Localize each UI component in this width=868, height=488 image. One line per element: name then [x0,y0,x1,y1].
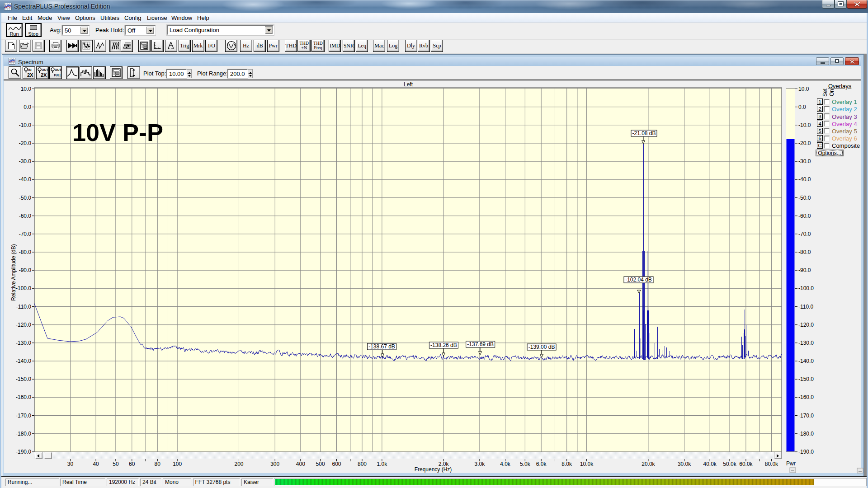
svg-text:-137.69 dB: -137.69 dB [467,341,494,347]
svg-text:-70.0: -70.0 [19,231,32,237]
svg-text:-70.0: -70.0 [798,231,811,237]
svg-text:20.0k: 20.0k [642,461,655,467]
svg-text:600: 600 [332,461,341,467]
svg-text:60.0k: 60.0k [739,461,753,467]
svg-text:-102.04 dB: -102.04 dB [625,277,652,283]
svg-text:-21.08 dB: -21.08 dB [632,130,656,136]
svg-text:10.0: 10.0 [21,86,32,92]
svg-text:-160.0: -160.0 [798,394,814,400]
svg-text:-150.0: -150.0 [798,376,814,382]
svg-text:Pwr: Pwr [786,460,796,467]
svg-text:10.0k: 10.0k [580,461,594,467]
svg-text:30: 30 [67,461,74,467]
svg-text:4.0k: 4.0k [500,461,511,467]
svg-text:80.0k: 80.0k [765,461,778,467]
svg-text:-138.67 dB: -138.67 dB [368,343,395,350]
svg-text:500: 500 [316,461,325,467]
svg-text:-140.0: -140.0 [798,358,814,364]
svg-text:-150.0: -150.0 [16,376,31,382]
svg-text:-10.0: -10.0 [798,122,811,128]
svg-text:-120.0: -120.0 [798,322,814,328]
svg-text:8.0k: 8.0k [561,461,572,467]
svg-text:400: 400 [296,461,305,467]
svg-text:800: 800 [358,461,367,467]
svg-text:50: 50 [113,461,119,467]
svg-text:-110.0: -110.0 [798,304,813,310]
svg-text:80: 80 [155,461,161,467]
svg-text:-80.0: -80.0 [798,249,811,255]
svg-text:300: 300 [270,461,279,467]
svg-text:40: 40 [93,461,99,467]
svg-text:-50.0: -50.0 [19,195,32,201]
svg-text:-20.0: -20.0 [798,140,811,146]
svg-text:-190.0: -190.0 [16,449,31,455]
svg-text:-138.26 dB: -138.26 dB [430,342,457,348]
svg-text:-110.0: -110.0 [16,304,31,310]
svg-text:-100.0: -100.0 [798,285,814,291]
svg-text:-180.0: -180.0 [798,431,814,437]
svg-text:-20.0: -20.0 [19,140,32,146]
svg-text:40.0k: 40.0k [703,461,717,467]
svg-text:-170.0: -170.0 [798,413,814,419]
svg-text:-100.0: -100.0 [16,285,31,291]
svg-text:-120.0: -120.0 [16,322,31,328]
svg-text:3.0k: 3.0k [475,461,486,467]
svg-text:-139.00 dB: -139.00 dB [528,344,555,350]
svg-text:10.0: 10.0 [798,86,809,92]
svg-text:-10.0: -10.0 [19,122,32,128]
svg-text:6.0k: 6.0k [536,461,547,467]
svg-text:-180.0: -180.0 [16,431,31,437]
svg-text:-40.0: -40.0 [19,176,32,183]
svg-text:-130.0: -130.0 [798,340,814,346]
svg-text:Frequency (Hz): Frequency (Hz) [415,466,452,473]
svg-text:-190.0: -190.0 [798,449,814,455]
svg-text:30.0k: 30.0k [678,461,691,467]
svg-text:-30.0: -30.0 [798,158,811,164]
svg-text:-140.0: -140.0 [16,358,31,364]
svg-text:100: 100 [173,461,182,467]
svg-text:5.0k: 5.0k [520,461,531,467]
svg-text:-30.0: -30.0 [19,158,32,164]
svg-text:-160.0: -160.0 [16,394,31,400]
svg-text:-50.0: -50.0 [798,195,811,201]
svg-text:-40.0: -40.0 [798,176,811,183]
svg-text:0.0: 0.0 [798,104,806,110]
svg-text:200: 200 [234,461,243,467]
svg-text:-80.0: -80.0 [19,249,32,255]
svg-text:-170.0: -170.0 [16,413,31,419]
svg-text:50.0k: 50.0k [723,461,736,467]
svg-text:60: 60 [129,461,135,467]
svg-text:-90.0: -90.0 [798,267,811,273]
svg-text:-60.0: -60.0 [19,213,32,219]
svg-text:0.0: 0.0 [24,104,31,110]
svg-text:-60.0: -60.0 [798,213,811,219]
svg-text:1.0k: 1.0k [377,461,388,467]
svg-text:-130.0: -130.0 [16,340,31,346]
svg-text:-90.0: -90.0 [19,267,32,273]
